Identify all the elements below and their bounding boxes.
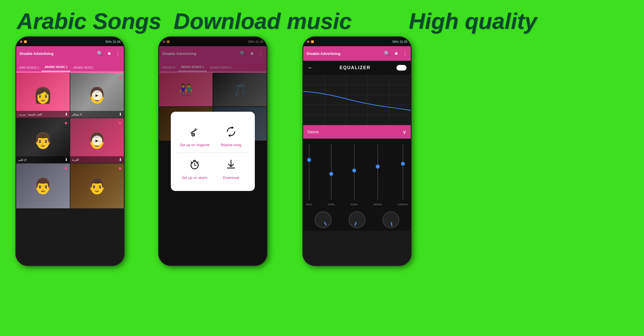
heart-icon-1[interactable]: ♥: [64, 75, 67, 81]
more-icon-right[interactable]: ⋮: [402, 50, 407, 57]
time-right: 21:35: [400, 40, 407, 43]
tabs-left: DIAN SONGS 2 ARABIC MUSIC 1 ARABIC MUSIC: [16, 61, 124, 72]
repeat-icon: [225, 126, 237, 140]
alarm-label: Set up on alarm: [182, 176, 207, 180]
phone-download: 🔇 📶 55% 21:35 Disable Advertising 🔍 ★ ⋮ …: [158, 36, 267, 266]
heart-icon-2[interactable]: ♥: [118, 75, 122, 81]
battery-left: 55%: [105, 40, 111, 43]
svg-point-1: [193, 134, 194, 135]
eq-preset-label: Dance: [307, 130, 319, 134]
play-btn-2[interactable]: ▶: [92, 90, 102, 100]
eq-title: EQUALIZER: [316, 65, 394, 70]
eq-freq-3600: 3600Hz: [374, 203, 382, 206]
heart-icon-6[interactable]: ♥: [118, 166, 122, 172]
download-btn-1[interactable]: ⬇: [65, 112, 68, 116]
popup-card: Set up on ringtone Repeat song: [171, 112, 255, 191]
song-title-4: الغربة: [72, 158, 79, 161]
eq-knobs: [303, 209, 411, 231]
eq-slider-3600hz[interactable]: 3600Hz: [374, 144, 382, 206]
song-item-4[interactable]: 👨 ♥ ▶ الغربة ⬇: [70, 118, 124, 163]
popup-repeat[interactable]: Repeat song: [213, 120, 249, 153]
popup-download[interactable]: Download: [213, 153, 249, 185]
song-item-1[interactable]: 👩 ♥ الحب قسمة - من م.. ⬇: [16, 73, 70, 118]
play-btn-4[interactable]: ▶: [92, 136, 102, 146]
app-bar-left: Disable Advertising 🔍 ★ ⋮: [16, 46, 124, 61]
eq-slider-230hz[interactable]: 230Hz: [328, 144, 335, 206]
tab-arabic-music-2[interactable]: ARABIC MUSIC: [70, 66, 96, 71]
song-item-2[interactable]: 👨 ♥ ▶ لا تسافر ⬇: [70, 73, 124, 118]
eq-knob-3[interactable]: [381, 210, 401, 230]
battery-right: 55%: [392, 40, 398, 43]
download-label: Download: [223, 176, 239, 180]
eq-slider-910hz[interactable]: 910Hz: [351, 144, 358, 206]
tab-arabic-music-1[interactable]: ARABIC MUSIC 1: [42, 66, 70, 71]
title-high-quality: High quality: [409, 8, 537, 34]
eq-knob-2[interactable]: [346, 209, 368, 231]
eq-toggle[interactable]: [396, 65, 407, 71]
eq-slider-60hz[interactable]: 60Hz: [306, 144, 312, 206]
app-title-right: Disable Advertising: [307, 52, 381, 56]
eq-freq-230: 230Hz: [328, 203, 335, 206]
time-left: 21:34: [113, 40, 120, 43]
song-title-3: اخ قلبي: [18, 158, 27, 161]
eq-freq-910: 910Hz: [351, 203, 358, 206]
star-icon-right[interactable]: ★: [394, 50, 398, 57]
song-title-1: الحب قسمة - من م..: [18, 113, 42, 116]
heart-icon-4[interactable]: ♥: [118, 120, 122, 126]
app-title-left: Disable Advertising: [20, 52, 94, 56]
song-item-3[interactable]: 👨 ♥ اخ قلبي ⬇: [16, 118, 70, 163]
eq-slider-14000hz[interactable]: 14000Hz: [398, 144, 408, 206]
heart-icon-5[interactable]: ♥: [64, 166, 67, 172]
phone-arabic-songs: 🔇 📶 55% 21:34 Disable Advertising 🔍 ★ ⋮ …: [15, 36, 125, 266]
download-btn-4[interactable]: ⬇: [119, 157, 122, 162]
eq-freq-60: 60Hz: [306, 203, 312, 206]
tab-dian-songs[interactable]: DIAN SONGS 2: [16, 66, 42, 71]
phone-equalizer: 🔇 📶 55% 21:35 Disable Advertising 🔍 ★ ⋮ …: [302, 36, 412, 266]
song-item-6[interactable]: 👨 ♥: [70, 164, 124, 208]
download-popup-icon: [225, 158, 237, 173]
app-bar-right: Disable Advertising 🔍 ★ ⋮: [303, 46, 411, 61]
download-btn-2[interactable]: ⬇: [119, 112, 122, 116]
alarm-icon: [189, 158, 200, 173]
song-title-2: لا تسافر: [72, 113, 82, 116]
eq-freq-14000: 14000Hz: [398, 203, 408, 206]
eq-header: ← EQUALIZER: [303, 61, 411, 75]
search-icon-right[interactable]: 🔍: [384, 50, 390, 57]
status-bar-right: 🔇 📶 55% 21:35: [303, 37, 411, 46]
status-bar-left: 🔇 📶 55% 21:34: [16, 37, 124, 46]
eq-preset[interactable]: Dance ∨: [303, 125, 411, 139]
eq-knob-1[interactable]: [312, 208, 335, 231]
title-download-music: Download music: [174, 8, 352, 34]
popup-alarm[interactable]: Set up on alarm: [176, 153, 213, 185]
download-btn-3[interactable]: ⬇: [65, 157, 68, 162]
eq-preset-arrow: ∨: [402, 129, 407, 135]
star-icon[interactable]: ★: [107, 50, 111, 57]
search-icon[interactable]: 🔍: [97, 50, 103, 57]
eq-chart: [303, 75, 411, 125]
ringtone-label: Set up on ringtone: [180, 143, 209, 147]
title-arabic-songs: Arabic Songs: [17, 8, 161, 34]
song-item-5[interactable]: 👨 ♥: [16, 164, 70, 208]
heart-icon-3[interactable]: ♥: [64, 120, 67, 126]
more-icon[interactable]: ⋮: [115, 50, 120, 57]
ringtone-icon: [189, 126, 200, 140]
back-button[interactable]: ←: [307, 64, 314, 71]
eq-sliders: 60Hz 230Hz 910Hz 3600Hz: [303, 139, 411, 209]
popup-overlay: Set up on ringtone Repeat song: [159, 37, 267, 265]
repeat-label: Repeat song: [221, 143, 241, 147]
song-grid-left: 👩 ♥ الحب قسمة - من م.. ⬇ 👨 ♥ ▶ لا تسافر …: [16, 73, 124, 208]
popup-ringtone[interactable]: Set up on ringtone: [176, 120, 213, 153]
